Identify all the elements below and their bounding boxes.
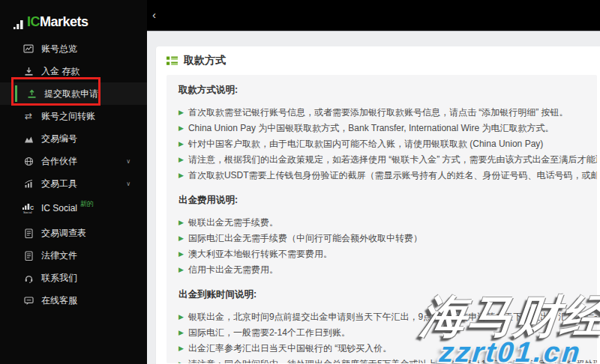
bullet-text: 澳大利亚本地银行转账不需要费用。 xyxy=(188,249,332,259)
sidebar-item-ic-social[interactable]: CSocial IC Social 新的 xyxy=(0,195,147,222)
document-icon xyxy=(22,251,34,261)
logo-text-markets: Markets xyxy=(40,14,88,30)
logo-text-ic: IC xyxy=(27,14,40,30)
bullet-text: 银联出金，北京时间9点前提交出金申请则当天下午汇出，9点之后提交申请第二天下午汇… xyxy=(188,312,597,322)
bullet-text: 请注意，根据我们的出金政策规定，如若选择使用 “银联卡入金” 方式，需要先由该方… xyxy=(188,154,597,165)
bullet-arrow-icon: ▶ xyxy=(178,266,184,273)
bullet-text: 国际电汇出金无需手续费（中间行可能会额外收取中转费） xyxy=(188,233,422,243)
sidebar-item-label: 交易编号 xyxy=(41,133,77,145)
bullet-arrow-icon: ▶ xyxy=(178,313,184,321)
bullet-arrow-icon: ▶ xyxy=(178,329,184,336)
sidebar-item-contact-us[interactable]: 联系我们 xyxy=(0,267,147,289)
transfer-icon: ⇄ xyxy=(22,111,34,121)
sidebar-item-transfer[interactable]: ⇄ 账号之间转账 xyxy=(0,105,147,127)
withdrawal-methods-card: 取款方式 取款方式说明: ▶首次取款需登记银行账号信息，或者需要添加银行取款账号… xyxy=(156,46,600,364)
sidebar-item-account-overview[interactable]: 账号总览 xyxy=(0,37,147,60)
bullet-item: ▶国际电汇出金无需手续费（中间行可能会额外收取中转费） xyxy=(178,231,585,246)
bullet-arrow-icon: ▶ xyxy=(178,360,184,363)
sidebar-item-label: IC Social xyxy=(41,203,77,213)
sidebar-item-label: 合作伙伴 xyxy=(41,155,77,168)
section-arrival-time: 出金到账时间说明: ▶银联出金，北京时间9点前提交出金申请则当天下午汇出，9点之… xyxy=(178,288,585,363)
chevron-down-icon[interactable]: ∨ xyxy=(126,181,130,187)
bullet-item: ▶首次取款需登记银行账号信息，或者需要添加银行取款账号信息，请点击 “添加银行明… xyxy=(178,105,585,121)
svg-text:C: C xyxy=(30,205,34,210)
chat-bubble-icon xyxy=(22,296,34,306)
bullet-item: ▶信用卡出金无需费用。 xyxy=(178,262,585,278)
sidebar-item-questionnaire[interactable]: 交易调查表 xyxy=(0,222,147,244)
section-withdrawal-methods: 取款方式说明: ▶首次取款需登记银行账号信息，或者需要添加银行取款账号信息，请点… xyxy=(178,84,585,183)
bullet-item: ▶国际电汇，一般需要2-14个工作日到账。 xyxy=(178,325,585,341)
account-overview-icon xyxy=(22,43,34,54)
card-title-row: 取款方式 xyxy=(166,55,597,67)
withdrawal-page: ICMarkets 账号总览 入金 存款 提交取款申请 xyxy=(0,0,600,364)
bullet-text: 针对中国客户取款，由于电汇取款国内可能不给入账，请使用银联取款 (China U… xyxy=(188,139,543,149)
sidebar-item-partners[interactable]: 合作伙伴 ∨ xyxy=(0,150,147,172)
document-icon xyxy=(22,228,34,238)
bullet-text: 首次取款需登记银行账号信息，或者需要添加银行取款账号信息，请点击 “添加银行明细… xyxy=(188,107,568,118)
sidebar-item-label: 提交取款申请 xyxy=(44,88,98,100)
trading-tools-icon xyxy=(22,179,34,189)
sidebar-menu: 账号总览 入金 存款 提交取款申请 ⇄ 账号之间转账 xyxy=(0,37,147,312)
bullet-text: 信用卡出金无需费用。 xyxy=(188,264,278,275)
bullet-arrow-icon: ▶ xyxy=(178,156,184,163)
svg-text:Social: Social xyxy=(23,210,32,214)
sidebar-item-legal-documents[interactable]: 法律文件 xyxy=(0,244,147,267)
sidebar-item-trading-accounts[interactable]: 交易编号 xyxy=(0,127,147,150)
sidebar-item-label: 联系我们 xyxy=(41,272,77,285)
bullet-text: 出金汇率参考汇出日当天中国银行的 “现钞买入价。 xyxy=(188,343,392,354)
bullet-item: ▶澳大利亚本地银行转账不需要费用。 xyxy=(178,246,585,262)
ic-markets-logo[interactable]: ICMarkets xyxy=(0,0,147,30)
new-badge: 新的 xyxy=(80,199,94,209)
bullet-item: ▶China Union Pay 为中国银联取款方式，Bank Transfer… xyxy=(178,121,585,136)
withdrawal-icon xyxy=(26,89,38,99)
trading-chart-icon xyxy=(22,134,34,144)
sidebar-item-label: 账号之间转账 xyxy=(41,110,95,123)
bullet-arrow-icon: ▶ xyxy=(178,219,184,226)
bullet-text: China Union Pay 为中国银联取款方式，Bank Transfer,… xyxy=(188,123,554,133)
section-heading: 出金费用说明: xyxy=(178,194,585,206)
section-heading: 取款方式说明: xyxy=(178,84,585,96)
bullet-arrow-icon: ▶ xyxy=(178,172,184,179)
bullet-arrow-icon: ▶ xyxy=(178,345,184,352)
section-withdrawal-fees: 出金费用说明: ▶银联出金无需手续费。 ▶国际电汇出金无需手续费（中间行可能会额… xyxy=(178,194,585,278)
section-heading: 出金到账时间说明: xyxy=(178,288,585,300)
sidebar-item-label: 交易工具 xyxy=(41,178,77,190)
sidebar-item-withdrawal[interactable]: 提交取款申请 xyxy=(0,82,147,105)
deposit-icon xyxy=(22,67,34,76)
main-content: 取款方式 取款方式说明: ▶首次取款需登记银行账号信息，或者需要添加银行取款账号… xyxy=(147,32,600,364)
bullet-text: 银联出金无需手续费。 xyxy=(188,217,278,228)
ic-social-icon: CSocial xyxy=(22,203,34,214)
sidebar-item-trading-tools[interactable]: 交易工具 ∨ xyxy=(0,172,147,195)
bullet-arrow-icon: ▶ xyxy=(178,234,184,242)
bullet-item: ▶针对中国客户取款，由于电汇取款国内可能不给入账，请使用银联取款 (China … xyxy=(178,136,585,152)
sidebar-item-label: 法律文件 xyxy=(41,249,77,262)
sidebar-item-label: 交易调查表 xyxy=(41,227,86,240)
bullet-text: 国际电汇，一般需要2-14个工作日到账。 xyxy=(188,327,350,338)
bullet-item: ▶银联出金无需手续费。 xyxy=(178,215,585,231)
sidebar-item-label: 在线客服 xyxy=(41,294,77,307)
bullet-arrow-icon: ▶ xyxy=(178,250,184,258)
logo-bars-icon xyxy=(14,18,25,30)
sidebar-collapse-icon[interactable]: ‹ xyxy=(152,8,156,22)
list-icon xyxy=(166,56,178,66)
bullet-item: ▶首次取款USDT需要上传钱包身份验证的截屏（需显示账号持有人的姓名、身份证号码… xyxy=(178,168,585,183)
partners-globe-icon xyxy=(22,157,34,166)
bullet-item: ▶请注意：同个时间段内，待处理出金总额度等于5万美金或以上，需要额外1-3工作日… xyxy=(178,357,585,363)
page-title: 取款方式 xyxy=(184,54,226,67)
chevron-down-icon[interactable]: ∨ xyxy=(126,158,130,165)
sidebar-item-label: 入金 存款 xyxy=(41,65,80,78)
sidebar-item-label: 账号总览 xyxy=(41,43,77,55)
sidebar: ICMarkets 账号总览 入金 存款 提交取款申请 xyxy=(0,0,147,364)
bullet-item: ▶银联出金，北京时间9点前提交出金申请则当天下午汇出，9点之后提交申请第二天下午… xyxy=(178,309,585,325)
bullet-item: ▶出金汇率参考汇出日当天中国银行的 “现钞买入价。 xyxy=(178,341,585,357)
bullet-arrow-icon: ▶ xyxy=(178,124,184,132)
bullet-arrow-icon: ▶ xyxy=(178,140,184,148)
bullet-text: 请注意：同个时间段内，待处理出金总额度等于5万美金或以上，需要额外1-3工作日人… xyxy=(188,359,597,363)
bullet-arrow-icon: ▶ xyxy=(178,109,184,116)
bullet-text: 首次取款USDT需要上传钱包身份验证的截屏（需显示账号持有人的姓名、身份证号码、… xyxy=(188,170,597,181)
sidebar-item-deposit[interactable]: 入金 存款 xyxy=(0,60,147,82)
sidebar-item-live-chat[interactable]: 在线客服 xyxy=(0,289,147,312)
bullet-item: ▶请注意，根据我们的出金政策规定，如若选择使用 “银联卡入金” 方式，需要先由该… xyxy=(178,152,585,168)
top-bar: ‹ xyxy=(147,0,600,31)
info-panel: 取款方式说明: ▶首次取款需登记银行账号信息，或者需要添加银行取款账号信息，请点… xyxy=(166,75,597,363)
